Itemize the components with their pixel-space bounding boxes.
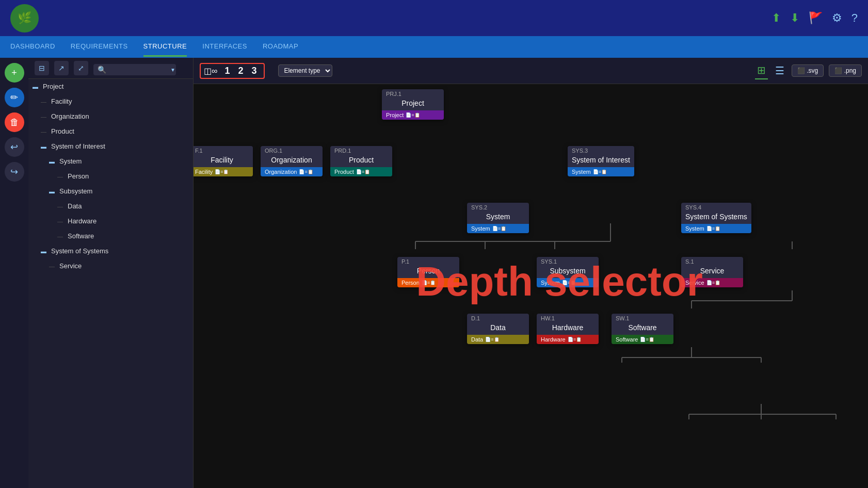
tree-item-data[interactable]: —Data bbox=[28, 199, 193, 214]
tree-toggle-system-of-systems[interactable]: ▬ bbox=[41, 248, 49, 254]
node-mini-icons-PRD.1: 📄≡📋 bbox=[356, 169, 370, 174]
tree-toggle-person[interactable]: — bbox=[57, 173, 66, 180]
help-icon[interactable]: ? bbox=[851, 11, 858, 25]
tree-toggle-system[interactable]: ▬ bbox=[49, 158, 57, 165]
node-P.1[interactable]: P.1PersonPerson 📄≡📋 bbox=[397, 257, 459, 287]
left-toolbar: + ✏ 🗑 ↩ ↪ bbox=[0, 58, 28, 488]
node-title-P.1: Person bbox=[397, 265, 459, 278]
depth-selector: ◫∞ 1 2 3 bbox=[200, 63, 265, 79]
tree-toggle-project[interactable]: ▬ bbox=[33, 84, 41, 90]
node-title-D.1: Data bbox=[467, 321, 529, 335]
node-SW.1[interactable]: SW.1SoftwareSoftware 📄≡📋 bbox=[612, 314, 673, 344]
tree-label-project: Project bbox=[43, 83, 63, 90]
tree-toggle-hardware[interactable]: — bbox=[57, 218, 66, 224]
tree-item-facility[interactable]: —Facility bbox=[28, 94, 193, 109]
search-icon: 🔍 bbox=[98, 66, 106, 74]
tree-item-product[interactable]: —Product bbox=[28, 124, 193, 139]
tree-label-system: System bbox=[59, 157, 82, 165]
node-tag-label-SYS.4: System bbox=[685, 225, 704, 232]
node-title-SW.1: Software bbox=[612, 321, 673, 335]
tree-item-person[interactable]: —Person bbox=[28, 169, 193, 184]
tree-item-subsystem[interactable]: ▬Subsystem bbox=[28, 184, 193, 199]
tree-toggle-data[interactable]: — bbox=[57, 203, 66, 209]
tree-item-system[interactable]: ▬System bbox=[28, 154, 193, 169]
nav-structure[interactable]: STRUCTURE bbox=[143, 37, 187, 57]
tree-toggle-facility[interactable]: — bbox=[41, 99, 49, 105]
node-mini-icons-SYS.2: 📄≡📋 bbox=[492, 226, 506, 231]
node-title-PRD.1: Product bbox=[330, 154, 392, 167]
tree-toggle-system-of-interest[interactable]: ▬ bbox=[41, 143, 49, 150]
node-tag-label-ORG.1: Organization bbox=[265, 169, 297, 175]
node-mini-icons-ORG.1: 📄≡📋 bbox=[299, 169, 313, 174]
tree-toggle-service[interactable]: — bbox=[49, 263, 57, 269]
node-SYS.3[interactable]: SYS.3System of InterestSystem 📄≡📋 bbox=[568, 146, 634, 176]
tree-view-button[interactable]: ⊞ bbox=[755, 62, 768, 79]
tree-toggle-product[interactable]: — bbox=[41, 128, 49, 135]
tree-item-service[interactable]: —Service bbox=[28, 258, 193, 273]
depth-3-button[interactable]: 3 bbox=[247, 66, 261, 76]
edit-button[interactable]: ✏ bbox=[5, 88, 24, 107]
export-svg-button[interactable]: ⬛ .svg bbox=[792, 64, 824, 77]
tree-item-software[interactable]: —Software bbox=[28, 229, 193, 243]
node-SYS.1[interactable]: SYS.1SubsystemSystem 📄≡📋 bbox=[537, 257, 599, 287]
navbar: DASHBOARD REQUIREMENTS STRUCTURE INTERFA… bbox=[0, 36, 868, 58]
node-tag-S.1: Service 📄≡📋 bbox=[681, 278, 743, 287]
node-SYS.4[interactable]: SYS.4System of SystemsSystem 📄≡📋 bbox=[681, 203, 751, 233]
node-S.1[interactable]: S.1ServiceService 📄≡📋 bbox=[681, 257, 743, 287]
undo-button[interactable]: ↩ bbox=[5, 137, 24, 157]
tree-toggle-subsystem[interactable]: ▬ bbox=[49, 188, 57, 194]
diagram-area[interactable]: Depth selector bbox=[194, 84, 868, 488]
search-input[interactable] bbox=[106, 66, 168, 74]
add-button[interactable]: + bbox=[5, 63, 24, 83]
depth-2-button[interactable]: 2 bbox=[234, 66, 247, 76]
node-tag-F.1: Facility 📄≡📋 bbox=[194, 167, 253, 176]
node-D.1[interactable]: D.1DataData 📄≡📋 bbox=[467, 314, 529, 344]
tree-toggle-organization[interactable]: — bbox=[41, 113, 49, 120]
node-HW.1[interactable]: HW.1HardwareHardware 📄≡📋 bbox=[537, 314, 599, 344]
expand-button[interactable]: ↗ bbox=[54, 61, 69, 75]
depth-1-button[interactable]: 1 bbox=[220, 66, 234, 76]
tree-item-hardware[interactable]: —Hardware bbox=[28, 214, 193, 229]
node-tag-SYS.4: System 📄≡📋 bbox=[681, 224, 751, 233]
nav-roadmap[interactable]: ROADMAP bbox=[263, 37, 298, 57]
nav-dashboard[interactable]: DASHBOARD bbox=[10, 37, 55, 57]
flag-icon[interactable]: 🚩 bbox=[809, 11, 823, 25]
nav-interfaces[interactable]: INTERFACES bbox=[202, 37, 247, 57]
element-type-select[interactable]: Element type bbox=[278, 64, 332, 77]
list-view-button[interactable]: ☰ bbox=[773, 62, 786, 79]
node-id-S.1: S.1 bbox=[681, 257, 743, 265]
tree-item-system-of-systems[interactable]: ▬System of Systems bbox=[28, 243, 193, 258]
node-title-F.1: Facility bbox=[194, 154, 253, 167]
element-labels: Element type bbox=[274, 64, 332, 77]
tree-item-project[interactable]: ▬Project bbox=[28, 79, 193, 94]
node-id-SYS.3: SYS.3 bbox=[568, 146, 634, 154]
export-png-button[interactable]: ⬛ .png bbox=[829, 64, 862, 77]
upload-icon[interactable]: ⬆ bbox=[771, 11, 781, 25]
node-tag-label-SYS.1: System bbox=[541, 280, 560, 286]
redo-button[interactable]: ↪ bbox=[5, 162, 24, 182]
node-title-HW.1: Hardware bbox=[537, 321, 599, 335]
download-icon[interactable]: ⬇ bbox=[790, 11, 799, 25]
tree-item-organization[interactable]: —Organization bbox=[28, 109, 193, 124]
node-PRJ.1[interactable]: PRJ.1ProjectProject 📄≡📋 bbox=[382, 89, 444, 120]
header: 🌿 ⬆ ⬇ 🚩 ⚙ ? bbox=[0, 0, 868, 36]
node-tag-SW.1: Software 📄≡📋 bbox=[612, 335, 673, 344]
search-input-wrap[interactable]: 🔍 ▼ bbox=[93, 64, 176, 75]
settings-icon[interactable]: ⚙ bbox=[832, 11, 842, 25]
node-SYS.2[interactable]: SYS.2SystemSystem 📄≡📋 bbox=[467, 203, 529, 233]
node-mini-icons-SYS.1: 📄≡📋 bbox=[562, 280, 576, 285]
nav-requirements[interactable]: REQUIREMENTS bbox=[71, 37, 128, 57]
tree-label-system-of-systems: System of Systems bbox=[51, 247, 108, 255]
tree-item-system-of-interest[interactable]: ▬System of Interest bbox=[28, 139, 193, 154]
collapse-button[interactable]: ⊟ bbox=[35, 61, 49, 75]
node-tag-label-D.1: Data bbox=[471, 336, 483, 343]
search-dropdown-icon[interactable]: ▼ bbox=[170, 67, 175, 73]
node-ORG.1[interactable]: ORG.1OrganizationOrganization 📄≡📋 bbox=[261, 146, 323, 176]
delete-button[interactable]: 🗑 bbox=[5, 112, 24, 132]
fit-button[interactable]: ⤢ bbox=[74, 61, 88, 75]
node-title-SYS.2: System bbox=[467, 210, 529, 224]
node-F.1[interactable]: F.1FacilityFacility 📄≡📋 bbox=[194, 146, 253, 176]
tree-toggle-software[interactable]: — bbox=[57, 233, 66, 239]
tree-label-service: Service bbox=[59, 262, 82, 270]
node-PRD.1[interactable]: PRD.1ProductProduct 📄≡📋 bbox=[330, 146, 392, 176]
